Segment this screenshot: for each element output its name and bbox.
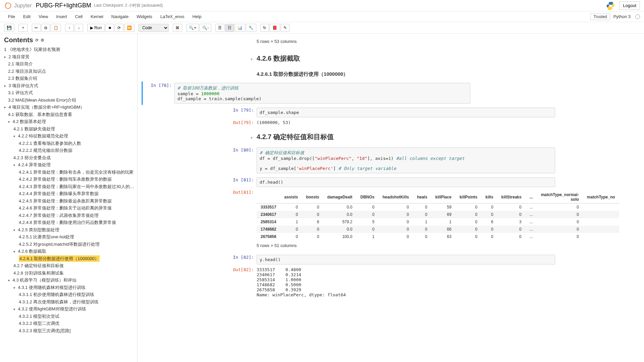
cell-type-select[interactable]: Code — [139, 24, 169, 32]
edit-button[interactable]: ✎ — [281, 24, 289, 32]
toc-item[interactable]: 4.3.1.1 初步使用随机森林进行模型训练 — [19, 291, 136, 298]
table-header: heals — [413, 191, 431, 203]
toc-item[interactable]: ▾ 4.2.6 数据截取 — [13, 248, 136, 255]
refresh-button[interactable]: ↻ — [260, 24, 269, 32]
command-palette-button[interactable]: ⌘ — [173, 24, 182, 32]
menu-kernel[interactable]: Kernel — [87, 12, 107, 21]
toc-item[interactable]: 4.2.4.8 异常值处理：删除使用治疗药品数量异常值 — [19, 219, 136, 226]
toc-item[interactable]: 4.2.8 分割训练集和测试集 — [13, 269, 136, 277]
menu-edit[interactable]: Edit — [19, 12, 35, 21]
code-cell-78[interactable]: In [78]: # 取前100万条数据，进行训练 sample = 10000… — [142, 81, 470, 105]
toc-item[interactable]: 4.2.7 确定特征值和目标值 — [13, 262, 136, 269]
table-row: 258531416579.25011063...0 — [257, 218, 619, 226]
toc-item[interactable]: 4.2.2.1 查看每场比赛参加的人数 — [19, 140, 136, 147]
interrupt-button[interactable]: ■ — [105, 24, 114, 32]
table-header: ... — [526, 191, 537, 203]
toc-item[interactable]: ▾ 2 项目背景 — [4, 53, 136, 61]
menu-view[interactable]: View — [35, 12, 52, 21]
toc-item[interactable]: 4.3.2.3 模型三次调优[思路] — [19, 327, 136, 335]
notebook-content[interactable]: 5 rows × 53 columns ▾4.2.6 数据截取 4.2.6.1 … — [138, 34, 644, 362]
paste-button[interactable]: 📋 — [51, 24, 61, 32]
toc-item[interactable]: ▾ 4.2.2 特征数据规范化处理 — [13, 132, 136, 140]
code-cell-82[interactable]: In [82]: y.head() Out[82]: 3333517 0.480… — [226, 253, 555, 299]
zoom-out-button[interactable]: 🔍- — [200, 24, 211, 32]
toc-settings-icon[interactable]: ⚙ — [41, 38, 44, 43]
logout-button[interactable]: Logout — [619, 1, 640, 10]
code-input[interactable]: # 确定特征值和目标值 df = df_sample.drop(["winPla… — [257, 147, 555, 173]
toc-item[interactable]: 2.1 项目简介 — [8, 60, 136, 68]
toc-toggle-button[interactable]: ☰ — [215, 24, 224, 32]
move-up-button[interactable]: ↑ — [65, 24, 74, 32]
code-input[interactable]: df_sample.shape — [257, 108, 555, 117]
toc-item[interactable]: ▾ 4.3.1 使用随机森林对模型进行训练 — [13, 284, 136, 291]
notebook-name[interactable]: PUBG-RF+lightGBM — [36, 2, 91, 9]
toc-item[interactable]: 3.1 评估方式 — [8, 89, 136, 97]
code-input[interactable]: df.head() — [257, 177, 555, 187]
toc-item[interactable]: 4.2.4.1 异常值处理：删除有击杀，但是完全没有移动的玩家 — [19, 169, 136, 176]
toc-item[interactable]: ▾ 4.2.4 异常值处理 — [13, 161, 136, 169]
toc-item[interactable]: 4.2.4.5 异常值处理：删除最远杀敌距离异常数据 — [19, 197, 136, 205]
toc-item[interactable]: 4.3.2.2 模型二次调优 — [19, 320, 136, 327]
restart-run-button[interactable]: ⏩ — [124, 24, 135, 32]
toc-item[interactable]: 4.1 获取数据、基本数据信息查看 — [8, 111, 136, 118]
copy-button[interactable]: ⧉ — [41, 24, 50, 32]
toc-item[interactable]: 4.2.2.2 规范化输出部分数据 — [19, 147, 136, 154]
toc-refresh-icon[interactable]: ⟳ — [35, 38, 39, 43]
cut-button[interactable]: ✂ — [32, 24, 41, 32]
toc-item[interactable]: ▾ 4 项目实现（数据分析+RF+lightGBM） — [4, 104, 136, 111]
menu-help[interactable]: Help — [189, 12, 206, 21]
toc-item[interactable]: ▾ 4.3.2 使用lightGBM对模型进行训练 — [13, 305, 136, 313]
tools-button[interactable]: 🔧 — [246, 24, 256, 32]
insert-cell-button[interactable]: ＋ — [18, 24, 28, 32]
jupyter-logo[interactable]: Jupyter — [4, 2, 32, 10]
toc-sidebar-button[interactable]: ☷ — [225, 24, 234, 32]
toc-item[interactable]: 4.2.4.3 异常值处理：删除玩家在一局中杀敌数超过30人的数据 — [19, 183, 136, 190]
toc-item[interactable]: 4.3.2.1 模型初次尝试 — [19, 313, 136, 320]
toc-item[interactable]: 4.2.4.6 异常值处理：删除关于运动距离的异常值 — [19, 204, 136, 212]
out-prompt: Out[82]: — [226, 266, 257, 299]
menu-latex_envs[interactable]: LaTeX_envs — [156, 12, 189, 21]
menu-insert[interactable]: Insert — [52, 12, 71, 21]
toc-item[interactable]: ▾ 3 项目评估方式 — [4, 82, 136, 89]
toc-item[interactable]: 4.2.5.1 比赛类型one-hot处理 — [19, 233, 136, 241]
menu-cell[interactable]: Cell — [71, 12, 87, 21]
collapse-icon[interactable]: ▾ — [226, 57, 257, 62]
toc-item[interactable]: 4.2.4.7 异常值处理：武器收集异常值处理 — [19, 212, 136, 219]
zoom-in-button[interactable]: 🔍+ — [186, 24, 199, 32]
kernel-name: Python 3 — [613, 14, 631, 19]
toc-item[interactable]: 4.2.3 部分变量合成 — [13, 154, 136, 162]
toc-item[interactable]: 1 《绝地求生》玩家排名预测 — [4, 46, 136, 53]
trusted-indicator[interactable]: Trusted — [590, 13, 610, 20]
code-cell-81[interactable]: In [81]: df.head() Out[81]: assistsboost… — [226, 176, 555, 252]
save-button[interactable]: 💾 — [4, 24, 14, 32]
code-input[interactable]: y.head() — [257, 255, 555, 264]
caret-icon: ▾ — [4, 105, 7, 110]
toc-item[interactable]: 4.3.1.2 再次使用随机森林，进行模型训练 — [19, 298, 136, 306]
toc-item[interactable]: 3.2 MAE(Mean Absolute Error)介绍 — [8, 97, 136, 104]
run-button[interactable]: ▶ Run — [87, 24, 105, 32]
code-input[interactable]: # 取前100万条数据，进行训练 sample = 1000000 df_sam… — [174, 83, 470, 104]
menu-widgets[interactable]: Widgets — [132, 12, 156, 21]
toc-item[interactable]: 4.2.4.4 异常值处理：删除爆头率异常数据 — [19, 190, 136, 197]
code-cell-80[interactable]: In [80]: # 确定特征值和目标值 df = df_sample.drop… — [226, 146, 555, 175]
toc-item[interactable]: ▾ 4.2 数据基本处理 — [8, 118, 136, 125]
menu-navigate[interactable]: Navigate — [107, 12, 132, 21]
collapse-icon[interactable]: ▾ — [226, 135, 257, 140]
table-header: damageDealt — [323, 191, 357, 203]
book-button[interactable]: 📕 — [270, 24, 280, 32]
df-caption: 5 rows × 51 columns — [257, 243, 619, 248]
toc-item[interactable]: 4.2.1 数据缺失值处理 — [13, 125, 136, 133]
toc-item[interactable]: ▾ 4.3 机器学习（模型训练）和评估 — [8, 277, 136, 284]
toc-item[interactable]: 2.3 数据集介绍 — [8, 75, 136, 82]
move-down-button[interactable]: ↓ — [74, 24, 83, 32]
table-row: 1748682000.000066000...0 — [257, 226, 619, 233]
toc-item[interactable]: ▾ 4.2.5 类别型数据处理 — [13, 226, 136, 234]
code-cell-79[interactable]: In [79]: df_sample.shape Out[79]: (10000… — [226, 106, 555, 126]
toc-item[interactable]: 4.2.4.2 异常值处理：删除驾车杀敌数异常的数据 — [19, 176, 136, 183]
variable-button[interactable]: 📊 — [235, 24, 245, 32]
toc-item[interactable]: 2.2 项目涉及知识点 — [8, 68, 136, 75]
restart-button[interactable]: ⟳ — [115, 24, 123, 32]
menu-file[interactable]: File — [4, 12, 19, 21]
toc-item[interactable]: 4.2.6.1 取部分数据进行使用（1000000） — [19, 255, 136, 262]
toc-item[interactable]: 4.2.5.2 对groupId,matchId等数据进行处理 — [19, 241, 136, 248]
